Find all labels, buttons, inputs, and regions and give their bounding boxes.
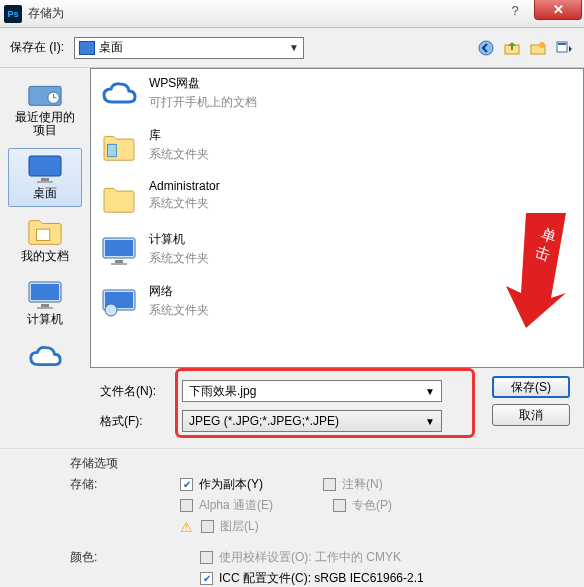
list-item[interactable]: 网络系统文件夹 xyxy=(91,277,583,329)
svg-rect-14 xyxy=(41,304,49,307)
chevron-down-icon: ▼ xyxy=(425,386,435,397)
svg-rect-9 xyxy=(41,178,49,181)
place-computer[interactable]: 计算机 xyxy=(8,274,82,333)
svg-rect-20 xyxy=(111,263,127,265)
place-label: 我的文档 xyxy=(21,250,69,263)
color-label: 颜色: xyxy=(70,549,110,566)
item-name: 库 xyxy=(149,127,209,144)
item-name: WPS网盘 xyxy=(149,75,257,92)
up-button[interactable] xyxy=(502,38,522,58)
alpha-checkbox xyxy=(180,499,193,512)
svg-rect-18 xyxy=(105,240,133,256)
cancel-button[interactable]: 取消 xyxy=(492,404,570,426)
filename-label: 文件名(N): xyxy=(100,383,172,400)
svg-rect-10 xyxy=(37,181,53,183)
chevron-down-icon: ▼ xyxy=(289,42,299,53)
annotations-checkbox xyxy=(323,478,336,491)
close-button[interactable] xyxy=(534,0,582,20)
location-toolbar: 保存在 (I): 桌面 ▼ xyxy=(0,28,584,68)
back-button[interactable] xyxy=(476,38,496,58)
item-sub: 系统文件夹 xyxy=(149,250,209,267)
list-item[interactable]: 库系统文件夹 xyxy=(91,121,583,173)
annotations-label: 注释(N) xyxy=(342,476,383,493)
item-name: 网络 xyxy=(149,283,209,300)
icc-label: ICC 配置文件(C): sRGB IEC61966-2.1 xyxy=(219,570,424,587)
item-sub: 系统文件夹 xyxy=(149,146,209,163)
spot-label: 专色(P) xyxy=(352,497,392,514)
photoshop-icon: Ps xyxy=(4,5,22,23)
places-bar: 最近使用的项目 桌面 我的文档 计算机 WPS网盘 xyxy=(0,68,90,368)
icc-checkbox[interactable] xyxy=(200,572,213,585)
as-copy-label: 作为副本(Y) xyxy=(199,476,263,493)
svg-point-0 xyxy=(479,41,493,55)
format-value: JPEG (*.JPG;*.JPEG;*.JPE) xyxy=(189,414,425,428)
place-label: 最近使用的项目 xyxy=(11,111,79,137)
list-item[interactable]: WPS网盘可打开手机上的文档 xyxy=(91,69,583,121)
svg-rect-11 xyxy=(36,229,49,240)
save-button[interactable]: 保存(S) xyxy=(492,376,570,398)
place-label: 桌面 xyxy=(33,187,57,200)
file-list[interactable]: WPS网盘可打开手机上的文档 库系统文件夹 Administrator系统文件夹… xyxy=(90,68,584,368)
place-label: 计算机 xyxy=(27,313,63,326)
filename-area: 文件名(N): 下雨效果.jpg ▼ 格式(F): JPEG (*.JPG;*.… xyxy=(0,368,584,448)
svg-point-23 xyxy=(105,304,117,316)
item-sub: 系统文件夹 xyxy=(149,302,209,319)
item-sub: 可打开手机上的文档 xyxy=(149,94,257,111)
alpha-label: Alpha 通道(E) xyxy=(199,497,273,514)
format-label: 格式(F): xyxy=(100,413,172,430)
svg-rect-16 xyxy=(108,144,117,156)
proof-label: 使用校样设置(O): 工作中的 CMYK xyxy=(219,549,401,566)
new-folder-button[interactable] xyxy=(528,38,548,58)
place-mydocs[interactable]: 我的文档 xyxy=(8,211,82,270)
store-label: 存储: xyxy=(70,476,110,493)
help-button[interactable] xyxy=(498,0,532,20)
svg-rect-15 xyxy=(37,307,53,309)
list-item[interactable]: 计算机系统文件夹 xyxy=(91,225,583,277)
item-name: 计算机 xyxy=(149,231,209,248)
svg-rect-8 xyxy=(29,156,61,176)
view-menu-button[interactable] xyxy=(554,38,574,58)
item-sub: 系统文件夹 xyxy=(149,195,220,212)
filename-value: 下雨效果.jpg xyxy=(189,383,425,400)
main-area: 最近使用的项目 桌面 我的文档 计算机 WPS网盘 WPS网盘可打开手机上的文档… xyxy=(0,68,584,368)
proof-checkbox xyxy=(200,551,213,564)
save-options: 存储选项 存储: 作为副本(Y) 注释(N) Alpha 通道(E) 专色(P)… xyxy=(0,448,584,587)
layers-checkbox xyxy=(201,520,214,533)
options-title: 存储选项 xyxy=(70,455,570,472)
chevron-down-icon: ▼ xyxy=(425,416,435,427)
warning-icon: ⚠ xyxy=(180,519,193,535)
svg-rect-5 xyxy=(558,43,566,45)
as-copy-checkbox[interactable] xyxy=(180,478,193,491)
svg-rect-19 xyxy=(115,260,123,263)
titlebar: Ps 存储为 xyxy=(0,0,584,28)
list-item[interactable]: Administrator系统文件夹 xyxy=(91,173,583,225)
save-in-dropdown[interactable]: 桌面 ▼ xyxy=(74,37,304,59)
item-name: Administrator xyxy=(149,179,220,193)
format-dropdown[interactable]: JPEG (*.JPG;*.JPEG;*.JPE) ▼ xyxy=(182,410,442,432)
desktop-icon xyxy=(79,41,95,55)
filename-input[interactable]: 下雨效果.jpg ▼ xyxy=(182,380,442,402)
layers-label: 图层(L) xyxy=(220,518,259,535)
spot-checkbox xyxy=(333,499,346,512)
svg-point-3 xyxy=(539,42,545,48)
save-in-value: 桌面 xyxy=(99,39,289,56)
place-recent[interactable]: 最近使用的项目 xyxy=(8,72,82,144)
svg-rect-13 xyxy=(31,284,59,300)
save-in-label: 保存在 (I): xyxy=(10,39,64,56)
place-desktop[interactable]: 桌面 xyxy=(8,148,82,207)
